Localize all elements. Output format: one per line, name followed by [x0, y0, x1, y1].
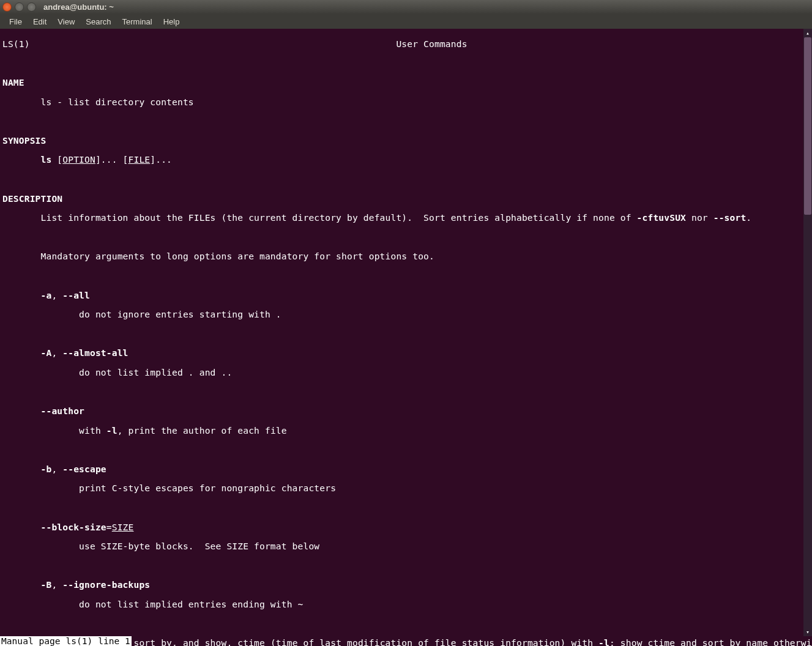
status-line: Manual page ls(1) line 1	[0, 636, 132, 646]
menu-help[interactable]: Help	[158, 15, 185, 28]
opt-B: -B, --ignore-backups	[2, 580, 810, 590]
menu-edit[interactable]: Edit	[28, 15, 52, 28]
scroll-down-icon[interactable]: ▾	[803, 628, 812, 636]
section-description: DESCRIPTION	[2, 194, 810, 204]
scrollbar[interactable]: ▴ ▾	[803, 29, 812, 636]
opt-A: -A, --almost-all	[2, 348, 810, 358]
opt-blocksize: --block-size=SIZE	[2, 522, 810, 532]
menu-view[interactable]: View	[52, 15, 80, 28]
desc-line-2: Mandatory arguments to long options are …	[2, 251, 810, 261]
menu-file[interactable]: File	[4, 15, 28, 28]
opt-b: -b, --escape	[2, 464, 810, 474]
menu-search[interactable]: Search	[80, 15, 116, 28]
synopsis-line: ls [OPTION]... [FILE]...	[2, 155, 810, 165]
menu-terminal[interactable]: Terminal	[117, 15, 158, 28]
name-line: ls - list directory contents	[2, 97, 810, 107]
opt-author: --author	[2, 406, 810, 416]
opt-a: -a, --all	[2, 291, 810, 300]
desc-line-1: List information about the FILEs (the cu…	[2, 213, 810, 223]
terminal-content[interactable]: LS(1) User Commands LS(1) NAME ls - list…	[0, 29, 812, 646]
section-name: NAME	[2, 78, 810, 87]
scrollbar-track[interactable]	[803, 37, 812, 628]
scroll-up-icon[interactable]: ▴	[803, 29, 812, 37]
menubar: File Edit View Search Terminal Help	[0, 14, 812, 29]
window-controls	[2, 2, 36, 12]
man-header: LS(1) User Commands LS(1)	[2, 39, 810, 49]
minimize-icon[interactable]	[15, 2, 24, 12]
close-icon[interactable]	[2, 2, 12, 12]
scrollbar-thumb[interactable]	[804, 37, 811, 215]
window-title: andrea@ubuntu: ~	[43, 2, 114, 12]
maximize-icon[interactable]	[27, 2, 36, 12]
titlebar: andrea@ubuntu: ~	[0, 0, 812, 14]
section-synopsis: SYNOPSIS	[2, 136, 810, 146]
